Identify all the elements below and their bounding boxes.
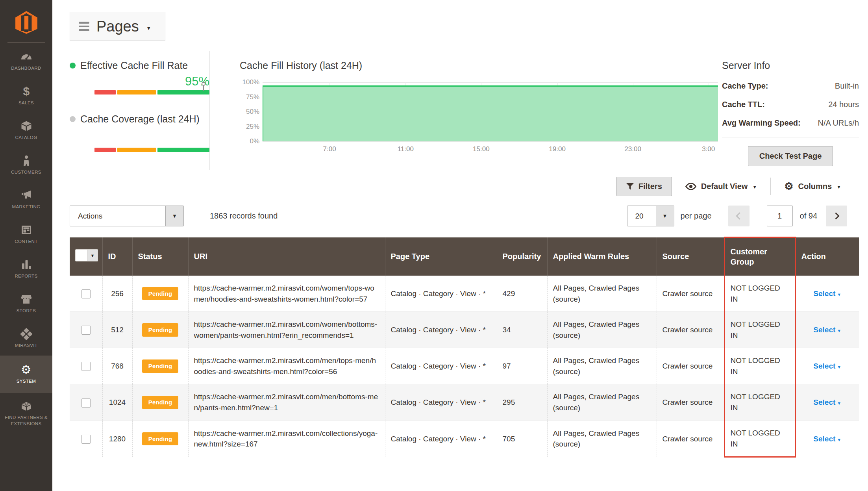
row-select-dropdown[interactable]: Select▼: [813, 362, 841, 370]
table-row: 512 Pending https://cache-warmer.m2.mira…: [70, 312, 859, 348]
cell-page-type: Catalog · Category · View · *: [385, 421, 497, 457]
records-found-text: 1863 records found: [210, 211, 278, 220]
row-checkbox[interactable]: [81, 289, 91, 298]
previous-page-button[interactable]: [728, 206, 750, 226]
check-test-page-button[interactable]: Check Test Page: [748, 146, 833, 166]
magento-logo[interactable]: [0, 0, 52, 39]
row-checkbox[interactable]: [81, 398, 91, 408]
sidebar-item-label: REPORTS: [15, 273, 37, 280]
page-number-input[interactable]: [767, 206, 793, 226]
sidebar-item-mirasvit[interactable]: MIRASVIT: [0, 321, 52, 356]
cell-warm-rules: All Pages, Crawled Pages (source): [547, 384, 657, 421]
chevron-left-icon: [736, 212, 743, 219]
column-header-page-type[interactable]: Page Type: [385, 237, 497, 276]
table-row: 768 Pending https://cache-warmer.m2.mira…: [70, 348, 859, 384]
sidebar-item-label: SALES: [19, 100, 34, 106]
divider: [770, 178, 771, 195]
catalog-box-icon: [20, 120, 32, 132]
column-header-customer-group[interactable]: Customer Group: [724, 237, 795, 276]
cell-source: Crawler source: [657, 276, 724, 312]
green-dot-icon: [70, 63, 76, 69]
cell-uri: https://cache-warmer.m2.mirasvit.com/wom…: [188, 312, 385, 348]
row-select-dropdown[interactable]: Select▼: [813, 289, 841, 298]
select-all-dropdown[interactable]: ▼: [75, 249, 98, 261]
chevron-down-icon: ▼: [165, 206, 183, 226]
per-page-label: per page: [681, 211, 712, 220]
chart-y-labels: 100%75%50%25%0%: [240, 82, 263, 141]
actions-row: Actions ▼ 1863 records found 20 ▼ per pa…: [70, 206, 859, 226]
sidebar-item-content[interactable]: CONTENT: [0, 217, 52, 252]
chart-title: Cache Fill History (last 24H): [240, 60, 718, 71]
row-select-dropdown[interactable]: Select▼: [813, 398, 841, 406]
select-all-checkbox[interactable]: [76, 250, 87, 261]
status-badge: Pending: [142, 432, 179, 446]
status-badge: Pending: [142, 287, 179, 300]
main-content: Pages ▼ Effective Cache Fill Rate 95% Ca…: [52, 0, 868, 458]
sidebar-item-stores[interactable]: STORES: [0, 286, 52, 321]
sidebar-item-find-partners[interactable]: FIND PARTNERS & EXTENSIONS: [0, 393, 52, 434]
select-all-header[interactable]: ▼: [70, 237, 102, 276]
pin-stem-icon: [203, 86, 204, 91]
page-count-text: of 94: [800, 211, 817, 220]
column-header-popularity[interactable]: Popularity: [497, 237, 547, 276]
find-partners-brick-icon: [20, 400, 32, 412]
sidebar-item-reports[interactable]: REPORTS: [0, 252, 52, 286]
column-header-action[interactable]: Action: [795, 237, 859, 276]
chart-plot: [263, 82, 718, 141]
sidebar-item-catalog[interactable]: CATALOG: [0, 113, 52, 148]
sidebar-item-customers[interactable]: CUSTOMERS: [0, 148, 52, 182]
sidebar-item-dashboard[interactable]: DASHBOARD: [0, 44, 52, 78]
filter-funnel-icon: [626, 183, 634, 190]
next-page-button[interactable]: [826, 206, 847, 226]
sidebar-item-sales[interactable]: $ SALES: [0, 78, 52, 113]
sidebar-item-label: STORES: [17, 308, 36, 314]
cell-source: Crawler source: [657, 421, 724, 457]
content-layout-icon: [20, 224, 32, 236]
chevron-down-icon: ▼: [837, 184, 841, 190]
column-header-uri[interactable]: URI: [188, 237, 385, 276]
row-checkbox[interactable]: [81, 362, 91, 371]
select-label: Select: [813, 289, 835, 298]
cell-popularity: 34: [497, 312, 547, 348]
fill-rate-value: 95%: [94, 74, 209, 89]
sidebar-item-marketing[interactable]: MARKETING: [0, 182, 52, 217]
pages-grid: ▼ ID Status URI Page Type Popularity App…: [70, 237, 859, 458]
sidebar-item-system[interactable]: ⚙ SYSTEM: [0, 356, 52, 393]
columns-dropdown[interactable]: ⚙ Columns ▼: [784, 181, 841, 191]
cache-ttl-value: 24 hours: [828, 100, 859, 109]
sidebar-item-label: CONTENT: [15, 239, 37, 245]
row-select-dropdown[interactable]: Select▼: [813, 435, 841, 443]
actions-select[interactable]: Actions ▼: [70, 206, 184, 226]
table-row: 1280 Pending https://cache-warmer.m2.mir…: [70, 421, 859, 457]
chevron-down-icon: ▼: [752, 184, 757, 190]
gauge-bar-coverage: [94, 148, 209, 152]
cell-uri: https://cache-warmer.m2.mirasvit.com/col…: [188, 421, 385, 457]
column-header-id[interactable]: ID: [102, 237, 132, 276]
column-header-warm-rules[interactable]: Applied Warm Rules: [547, 237, 657, 276]
filters-button[interactable]: Filters: [616, 177, 672, 196]
cell-warm-rules: All Pages, Crawled Pages (source): [547, 312, 657, 348]
cell-warm-rules: All Pages, Crawled Pages (source): [547, 348, 657, 384]
divider: [722, 137, 859, 137]
gauge-panel: Effective Cache Fill Rate 95% Cache Cove…: [70, 51, 210, 170]
sidebar-item-label: CUSTOMERS: [11, 169, 41, 176]
sidebar-item-label: DASHBOARD: [11, 65, 41, 72]
cell-id: 1280: [102, 421, 132, 457]
row-select-dropdown[interactable]: Select▼: [813, 326, 841, 334]
per-page-select[interactable]: 20 ▼: [627, 206, 674, 226]
cell-id: 768: [102, 348, 132, 384]
page-title-menu-button[interactable]: Pages ▼: [70, 12, 165, 41]
select-label: Select: [813, 326, 835, 334]
column-header-source[interactable]: Source: [657, 237, 724, 276]
cache-ttl-label: Cache TTL:: [722, 100, 765, 109]
server-info-panel: Server Info Cache Type: Built-in Cache T…: [722, 51, 859, 170]
row-checkbox[interactable]: [81, 435, 91, 444]
default-view-dropdown[interactable]: Default View ▼: [685, 182, 757, 191]
server-info-row: Cache Type: Built-in: [722, 82, 859, 91]
column-header-status[interactable]: Status: [132, 237, 188, 276]
row-checkbox[interactable]: [81, 326, 91, 335]
cell-customer-group: NOT LOGGED IN: [724, 384, 795, 421]
cell-popularity: 97: [497, 348, 547, 384]
cell-popularity: 705: [497, 421, 547, 457]
cell-uri: https://cache-warmer.m2.mirasvit.com/men…: [188, 384, 385, 421]
